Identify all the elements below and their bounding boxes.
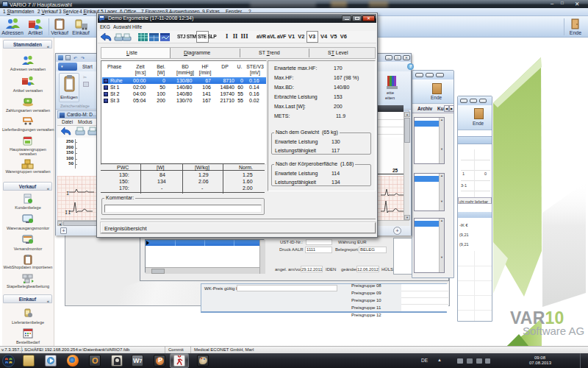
svg-text:II: II — [65, 210, 71, 216]
svg-text:I: I — [66, 191, 69, 197]
svg-text:Software AG: Software AG — [523, 325, 584, 337]
